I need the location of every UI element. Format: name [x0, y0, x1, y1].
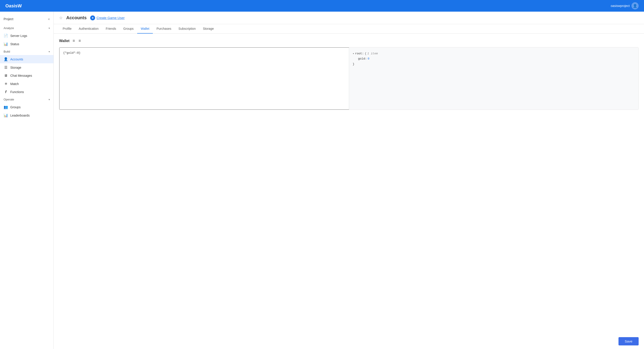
user-menu[interactable]: oasiswproject 👤 [611, 2, 639, 10]
wallet-header: Wallet ≡ ≡ [59, 38, 639, 44]
page-title: Accounts [66, 15, 86, 20]
accounts-label: Accounts [10, 58, 23, 61]
sidebar-item-server-logs[interactable]: 📄 Server Logs [0, 32, 54, 40]
tab-subscription-label: Subscription [178, 27, 196, 30]
operate-label: Operate [4, 98, 14, 101]
sidebar-section-analyze[interactable]: Analyze ▾ [0, 24, 54, 32]
sidebar-section-build[interactable]: Build ▾ [0, 48, 54, 55]
tabs-bar: Profile Authentication Friends Groups Wa… [54, 24, 644, 34]
create-game-user-label: Create Game User [96, 16, 125, 20]
sidebar-item-storage[interactable]: ☰ Storage [0, 63, 54, 72]
tab-groups-label: Groups [123, 27, 134, 30]
wallet-editor-textarea[interactable]: {"gold":0} [59, 48, 349, 110]
leaderboards-icon: 📊 [4, 113, 8, 118]
sidebar-header: Project « [0, 15, 54, 24]
tab-wallet[interactable]: Wallet [137, 24, 153, 34]
storage-label: Storage [10, 66, 21, 69]
tree-root-comment: 1 item [367, 51, 378, 56]
groups-label: Groups [10, 105, 20, 109]
avatar: 👤 [632, 2, 639, 10]
build-label: Build [4, 50, 10, 53]
tab-groups[interactable]: Groups [120, 24, 137, 34]
align-right-button[interactable]: ≡ [78, 38, 82, 44]
match-label: Match [10, 82, 19, 86]
status-label: Status [10, 42, 19, 46]
plus-icon: + [90, 16, 95, 20]
brand-logo: OasisW [5, 3, 22, 8]
username-label: oasiswproject [611, 4, 630, 8]
wallet-title: Wallet [59, 39, 70, 43]
page-header: ☆ Accounts + Create Game User [54, 12, 644, 24]
tree-root-key: root: [355, 51, 364, 56]
align-left-button[interactable]: ≡ [72, 38, 76, 44]
sidebar-item-match[interactable]: ✳ Match [0, 80, 54, 88]
main-content: ☆ Accounts + Create Game User Profile Au… [54, 12, 644, 349]
analyze-label: Analyze [4, 26, 14, 30]
align-right-icon: ≡ [78, 38, 81, 43]
tab-authentication[interactable]: Authentication [75, 24, 102, 34]
topnav: OasisW oasiswproject 👤 [0, 0, 644, 12]
sidebar-item-chat-messages[interactable]: 🖥 Chat Messages [0, 72, 54, 80]
sidebar-collapse-button[interactable]: « [48, 17, 50, 21]
tab-friends[interactable]: Friends [102, 24, 120, 34]
tab-wallet-label: Wallet [141, 27, 149, 30]
chat-messages-label: Chat Messages [10, 74, 32, 78]
tree-close-brace: } [353, 62, 635, 67]
editor-panels: {"gold":0} ▾ root: { 1 item gold: 0 [59, 47, 639, 110]
sidebar: Project « Analyze ▾ 📄 Server Logs 📊 Stat… [0, 12, 54, 349]
match-icon: ✳ [4, 82, 8, 86]
tab-profile-label: Profile [63, 27, 72, 30]
leaderboards-label: Leaderboards [10, 114, 30, 117]
operate-chevron: ▾ [48, 98, 50, 101]
sidebar-item-accounts[interactable]: 👤 Accounts [0, 55, 54, 63]
functions-label: Functions [10, 90, 24, 94]
sidebar-section-operate[interactable]: Operate ▾ [0, 96, 54, 103]
build-chevron: ▾ [48, 50, 50, 53]
tab-authentication-label: Authentication [79, 27, 99, 30]
sidebar-item-status[interactable]: 📊 Status [0, 40, 54, 48]
star-icon[interactable]: ☆ [59, 16, 63, 20]
sidebar-item-groups[interactable]: 👥 Groups [0, 103, 54, 111]
accounts-icon: 👤 [4, 57, 8, 61]
tab-friends-label: Friends [106, 27, 116, 30]
analyze-chevron: ▾ [48, 26, 50, 30]
wallet-section: Wallet ≡ ≡ {"gold":0} ▾ root: { 1 [54, 34, 644, 334]
close-brace: } [353, 62, 354, 67]
sidebar-item-leaderboards[interactable]: 📊 Leaderboards [0, 111, 54, 120]
tab-storage[interactable]: Storage [200, 24, 218, 34]
tab-subscription[interactable]: Subscription [175, 24, 200, 34]
chat-messages-icon: 🖥 [4, 74, 8, 78]
align-left-icon: ≡ [73, 38, 75, 43]
sidebar-item-functions[interactable]: f Functions [0, 88, 54, 96]
project-label: Project [4, 17, 14, 21]
tree-chevron[interactable]: ▾ [353, 52, 354, 56]
functions-icon: f [4, 90, 8, 94]
tree-gold-value: 0 [368, 56, 370, 61]
create-game-user-button[interactable]: + Create Game User [90, 16, 125, 20]
wallet-tree-view: ▾ root: { 1 item gold: 0 } [349, 48, 638, 110]
tab-storage-label: Storage [203, 27, 214, 30]
save-button[interactable]: Save [618, 337, 639, 346]
status-icon: 📊 [4, 42, 8, 46]
storage-icon: ☰ [4, 65, 8, 70]
tab-purchases[interactable]: Purchases [153, 24, 175, 34]
server-logs-icon: 📄 [4, 34, 8, 38]
tree-indent: gold: 0 [358, 56, 635, 61]
groups-icon: 👥 [4, 105, 8, 109]
save-row: Save [54, 334, 644, 349]
tree-gold-line: gold: 0 [358, 56, 635, 61]
tree-root-line: ▾ root: { 1 item [353, 51, 635, 56]
tab-purchases-label: Purchases [156, 27, 171, 30]
server-logs-label: Server Logs [10, 34, 27, 38]
tree-gold-key: gold: [358, 56, 367, 61]
tab-profile[interactable]: Profile [59, 24, 75, 34]
